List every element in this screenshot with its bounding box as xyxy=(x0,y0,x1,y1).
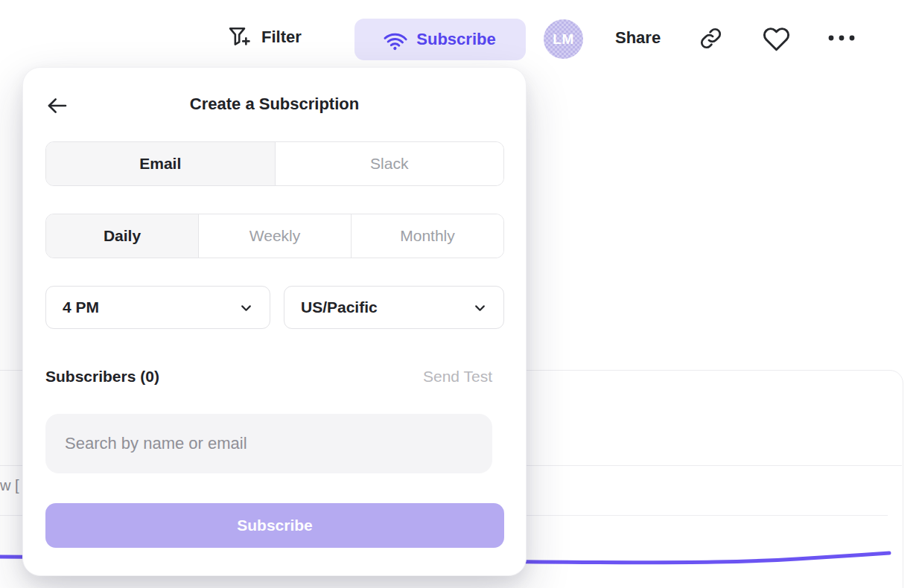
avatar-initials: LM xyxy=(553,31,573,48)
filter-button[interactable]: Filter xyxy=(227,25,302,49)
app-root: w [ Filter Subscribe LM Share xyxy=(0,0,919,588)
avatar[interactable]: LM xyxy=(544,19,583,59)
filter-label: Filter xyxy=(261,28,302,47)
tab-monthly[interactable]: Monthly xyxy=(351,214,503,258)
heart-icon xyxy=(763,25,790,53)
tab-weekly[interactable]: Weekly xyxy=(198,214,351,258)
subscribe-nav-label: Subscribe xyxy=(416,30,495,49)
modal-title: Create a Subscription xyxy=(23,95,526,114)
rss-icon xyxy=(380,24,411,55)
timezone-select-value: US/Pacific xyxy=(301,298,378,316)
channel-tabs: Email Slack xyxy=(45,141,504,186)
subscribe-nav-button[interactable]: Subscribe xyxy=(354,19,526,60)
more-menu-button[interactable] xyxy=(827,34,856,42)
subscribers-label: Subscribers (0) xyxy=(45,368,159,386)
time-select[interactable]: 4 PM xyxy=(45,286,270,329)
filter-funnel-icon xyxy=(227,25,252,49)
link-button[interactable] xyxy=(699,27,722,50)
time-select-value: 4 PM xyxy=(63,298,99,316)
chevron-down-icon xyxy=(239,301,253,315)
chart-partial-label: w [ xyxy=(0,477,19,494)
share-button[interactable]: Share xyxy=(615,28,661,48)
link-icon xyxy=(699,27,722,50)
frequency-tabs: Daily Weekly Monthly xyxy=(45,214,504,258)
share-label: Share xyxy=(615,28,661,48)
send-test-button[interactable]: Send Test xyxy=(423,368,492,386)
tab-daily[interactable]: Daily xyxy=(46,214,198,258)
chevron-down-icon xyxy=(473,301,487,315)
tab-email[interactable]: Email xyxy=(46,142,275,185)
favorite-button[interactable] xyxy=(763,25,790,53)
subscribe-submit-button[interactable]: Subscribe xyxy=(45,503,504,548)
timezone-select[interactable]: US/Pacific xyxy=(284,286,504,329)
tab-slack[interactable]: Slack xyxy=(275,142,504,185)
subscribers-row: Subscribers (0) Send Test xyxy=(45,368,492,386)
subscriber-search-input[interactable] xyxy=(45,414,492,473)
create-subscription-modal: Create a Subscription Email Slack Daily … xyxy=(22,67,527,576)
more-ellipsis-icon xyxy=(827,34,856,42)
